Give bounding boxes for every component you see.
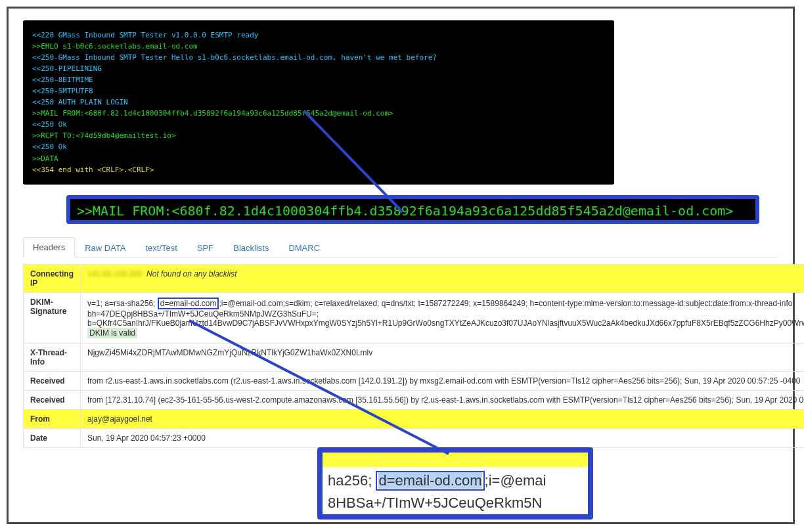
headers-table: Connecting IP 142.00.100.200 Not found o…: [23, 264, 804, 448]
date-val: Sun, 19 Apr 2020 04:57:23 +0000: [81, 428, 805, 447]
zoom-domain-box: d=email-od.com: [376, 471, 484, 491]
received-1-key: Received: [24, 371, 81, 390]
terminal-line: >>EHLO s1-b0c6.socketlabs.email-od.com: [32, 41, 605, 52]
received-1-val: from r2.us-east-1.aws.in.socketlabs.com …: [81, 371, 805, 390]
connecting-ip-key: Connecting IP: [24, 264, 81, 292]
dkim-zoom-callout: ha256; d=email-od.com;i=@emai 8HBSa+/TIm…: [317, 447, 593, 520]
terminal-line: <<250 Ok: [32, 119, 605, 130]
terminal-line: <<250-SMTPUTF8: [32, 85, 605, 97]
date-key: Date: [24, 428, 81, 447]
table-row: Received from r2.us-east-1.aws.in.socket…: [24, 371, 805, 390]
dkim-valid-badge: DKIM is valid: [87, 328, 137, 338]
table-row: Date Sun, 19 Apr 2020 04:57:23 +0000: [24, 428, 805, 447]
connecting-ip-val: 142.00.100.200 Not found on any blacklis…: [81, 264, 805, 292]
tab-dmarc[interactable]: DMARC: [279, 238, 330, 257]
from-key: From: [24, 409, 81, 428]
table-row: DKIM-Signature v=1; a=rsa-sha256; d=emai…: [24, 292, 805, 343]
terminal-line: >>DATA: [32, 153, 605, 164]
x-thread-info-key: X-Thread-Info: [24, 343, 81, 371]
terminal-line: <<250-GMass Inbound SMTP Tester Hello s1…: [32, 52, 605, 63]
terminal-line: >>MAIL FROM:<680f.82.1d4c1000304ffb4.d35…: [32, 108, 605, 119]
terminal-line: <<250 Ok: [32, 141, 605, 152]
terminal-line: <<250-PIPELINING: [32, 63, 605, 74]
dkim-domain-box: d=email-od.com: [158, 298, 219, 309]
terminal-line: <<250 AUTH PLAIN LOGIN: [32, 97, 605, 108]
table-row: X-Thread-Info NjgwZi45Mi4xZDRjMTAwMDMwNG…: [24, 343, 805, 371]
tab-spf[interactable]: SPF: [187, 238, 223, 257]
tab-raw-data[interactable]: Raw DATA: [75, 238, 135, 257]
table-row: Connecting IP 142.00.100.200 Not found o…: [24, 264, 805, 292]
mail-from-highlight-text: >>MAIL FROM:<680f.82.1d4c1000304ffb4.d35…: [77, 203, 733, 219]
zoom-line-1: ha256; d=email-od.com;i=@emai: [323, 467, 588, 491]
table-row: Received from [172.31.10.74] (ec2-35-161…: [24, 390, 805, 409]
page-frame: <<220 GMass Inbound SMTP Tester v1.0.0.0…: [7, 7, 795, 524]
terminal-line: <<250-8BITMIME: [32, 74, 605, 85]
received-2-val: from [172.31.10.74] (ec2-35-161-55-56.us…: [81, 390, 805, 409]
from-val: ajay@ajaygoel.net: [81, 409, 805, 428]
tab-blacklists[interactable]: Blacklists: [223, 238, 279, 257]
terminal-line: <<220 GMass Inbound SMTP Tester v1.0.0.0…: [32, 30, 605, 41]
zoom-yellow-strip: [323, 453, 588, 467]
zoom-line-2: 8HBSa+/TImW+5JCeuQeRkm5N: [323, 491, 588, 512]
tab-headers[interactable]: Headers: [23, 237, 75, 257]
tab-text-test[interactable]: text/Test: [136, 238, 187, 257]
terminal-line: <<354 end with <CRLF>.<CRLF>: [32, 164, 605, 175]
dkim-signature-key: DKIM-Signature: [24, 292, 81, 343]
x-thread-info-val: NjgwZi45Mi4xZDRjMTAwMDMwNGZmYjQuNzRkNTlk…: [81, 343, 805, 371]
terminal-line: >>RCPT TO:<74d59db4@emailtest.io>: [32, 130, 605, 141]
mail-from-highlight: >>MAIL FROM:<680f.82.1d4c1000304ffb4.d35…: [66, 195, 759, 224]
dkim-signature-val: v=1; a=rsa-sha256; d=email-od.com;i=@ema…: [81, 292, 805, 343]
smtp-terminal: <<220 GMass Inbound SMTP Tester v1.0.0.0…: [23, 20, 614, 185]
result-tabs: Headers Raw DATA text/Test SPF Blacklist…: [23, 237, 778, 257]
received-2-key: Received: [24, 390, 81, 409]
table-row: From ajay@ajaygoel.net: [24, 409, 805, 428]
